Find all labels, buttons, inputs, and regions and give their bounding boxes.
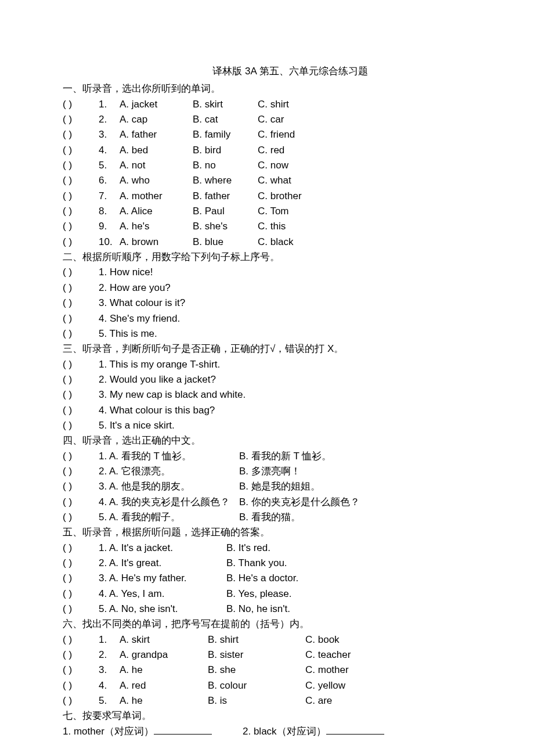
section-4-body: ( )1. A. 看我的 T 恤衫。B. 看我的新 T 恤衫。( )2. A. … — [63, 449, 471, 525]
answer-blank[interactable]: ( ) — [63, 449, 99, 464]
option-b: B. 多漂亮啊！ — [239, 464, 301, 479]
question-number: 10. — [99, 235, 120, 250]
answer-blank[interactable]: ( ) — [63, 541, 99, 556]
section-7-header: 七、按要求写单词。 — [63, 708, 471, 723]
answer-blank[interactable]: ( ) — [63, 693, 99, 708]
answer-blank[interactable]: ( ) — [63, 510, 99, 525]
answer-blank[interactable]: ( ) — [63, 403, 99, 418]
answer-blank[interactable]: ( ) — [63, 97, 99, 112]
question-row: ( )1.A. jacketB. skirtC. shirt — [63, 97, 471, 112]
option-a: A. not — [120, 158, 193, 173]
answer-blank[interactable]: ( ) — [63, 112, 99, 127]
question-number: 5. — [99, 158, 120, 173]
answer-blank[interactable]: ( ) — [63, 189, 99, 204]
answer-blank[interactable]: ( ) — [63, 265, 99, 280]
answer-blank[interactable]: ( ) — [63, 311, 99, 326]
question-text: 3. What colour is it? — [99, 296, 185, 311]
answer-blank[interactable]: ( ) — [63, 556, 99, 571]
question-text: 4. She's my friend. — [99, 311, 180, 326]
question-row: ( )2. A. It's great.B. Thank you. — [63, 556, 471, 571]
option-b: B. shirt — [208, 632, 305, 647]
answer-blank[interactable]: ( ) — [63, 663, 99, 678]
answer-blank[interactable]: ( ) — [63, 326, 99, 341]
answer-blank[interactable]: ( ) — [63, 632, 99, 647]
option-b: B. Yes, please. — [226, 586, 291, 602]
option-a: 2. A. 它很漂亮。 — [99, 464, 239, 479]
section-2-header: 二、根据所听顺序，用数字给下列句子标上序号。 — [63, 250, 471, 265]
question-row: ( )4. A. Yes, I am.B. Yes, please. — [63, 586, 471, 602]
answer-blank[interactable]: ( ) — [63, 602, 99, 617]
answer-blank[interactable]: ( ) — [63, 647, 99, 663]
option-a: A. brown — [120, 235, 193, 250]
option-c: C. red — [258, 143, 284, 158]
option-b: B. It's red. — [226, 541, 270, 556]
option-c: C. Tom — [258, 204, 289, 219]
answer-blank[interactable]: ( ) — [63, 204, 99, 219]
question-row: ( )7.A. motherB. fatherC. brother — [63, 189, 471, 204]
question-row: ( )8.A. AliceB. PaulC. Tom — [63, 204, 471, 219]
question-number: 4. — [99, 143, 120, 158]
option-c: C. yellow — [305, 678, 345, 693]
answer-blank[interactable]: ( ) — [63, 479, 99, 494]
question-row: ( )1.A. skirtB. shirtC. book — [63, 632, 471, 647]
answer-blank[interactable]: ( ) — [63, 143, 99, 158]
question-text: 2. How are you? — [99, 280, 171, 296]
option-b: B. bird — [193, 143, 258, 158]
question-number: 4. — [99, 678, 120, 693]
option-c: C. black — [258, 235, 293, 250]
option-a: A. father — [120, 127, 193, 142]
fill-blank[interactable] — [154, 725, 212, 735]
option-a: A. he — [120, 663, 208, 678]
question-row: ( )3. What colour is it? — [63, 296, 471, 311]
option-c: C. now — [258, 158, 288, 173]
question-row: ( )3. My new cap is black and white. — [63, 387, 471, 402]
question-row: ( )5.A. heB. isC. are — [63, 693, 471, 708]
answer-blank[interactable]: ( ) — [63, 127, 99, 142]
answer-blank[interactable]: ( ) — [63, 357, 99, 372]
question-text: 4. What colour is this bag? — [99, 403, 215, 418]
answer-blank[interactable]: ( ) — [63, 571, 99, 586]
option-c: C. car — [258, 112, 284, 127]
answer-blank[interactable]: ( ) — [63, 387, 99, 402]
answer-blank[interactable]: ( ) — [63, 280, 99, 296]
question-row: ( )3.A. fatherB. familyC. friend — [63, 127, 471, 142]
option-b: B. 看我的猫。 — [239, 510, 301, 525]
question-row: ( )2. Would you like a jacket? — [63, 372, 471, 387]
fill-blank[interactable] — [326, 725, 384, 735]
option-c: C. book — [305, 632, 340, 647]
question-number: 3. — [99, 127, 120, 142]
answer-blank[interactable]: ( ) — [63, 372, 99, 387]
q7-2-label: 2. black（对应词） — [243, 726, 326, 737]
answer-blank[interactable]: ( ) — [63, 158, 99, 173]
answer-blank[interactable]: ( ) — [63, 586, 99, 602]
option-a: A. he's — [120, 219, 193, 234]
option-c: C. mother — [305, 663, 349, 678]
section-2-body: ( )1. How nice!( )2. How are you?( )3. W… — [63, 265, 471, 341]
question-row: ( )2.A. capB. catC. car — [63, 112, 471, 127]
answer-blank[interactable]: ( ) — [63, 173, 99, 188]
option-a: 4. A. Yes, I am. — [99, 586, 226, 602]
section-1-header: 一、听录音，选出你所听到的单词。 — [63, 81, 471, 96]
question-text: 3. My new cap is black and white. — [99, 387, 246, 402]
section-1-body: ( )1.A. jacketB. skirtC. shirt( )2.A. ca… — [63, 97, 471, 250]
option-b: B. father — [193, 189, 258, 204]
question-text: 5. This is me. — [99, 326, 157, 341]
answer-blank[interactable]: ( ) — [63, 495, 99, 510]
answer-blank[interactable]: ( ) — [63, 678, 99, 693]
option-b: B. sister — [208, 647, 305, 663]
option-a: 2. A. It's great. — [99, 556, 226, 571]
question-row: ( )5. This is me. — [63, 326, 471, 341]
question-row: ( )2. A. 它很漂亮。B. 多漂亮啊！ — [63, 464, 471, 479]
question-row: ( )9.A. he'sB. she'sC. this — [63, 219, 471, 234]
question-number: 8. — [99, 204, 120, 219]
question-row: ( )4.A. bedB. birdC. red — [63, 143, 471, 158]
question-text: 1. How nice! — [99, 265, 153, 280]
answer-blank[interactable]: ( ) — [63, 296, 99, 311]
answer-blank[interactable]: ( ) — [63, 235, 99, 250]
question-number: 1. — [99, 632, 120, 647]
answer-blank[interactable]: ( ) — [63, 464, 99, 479]
option-a: A. skirt — [120, 632, 208, 647]
answer-blank[interactable]: ( ) — [63, 219, 99, 234]
option-b: B. He's a doctor. — [226, 571, 298, 586]
answer-blank[interactable]: ( ) — [63, 418, 99, 433]
